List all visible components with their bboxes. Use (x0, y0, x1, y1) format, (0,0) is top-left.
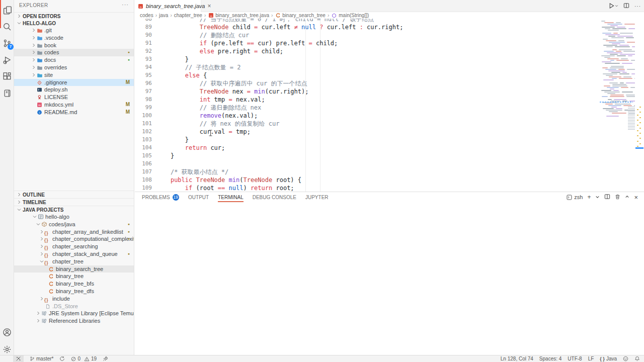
panel-tab-problems[interactable]: PROBLEMS19 (142, 192, 179, 202)
code-line-93[interactable]: 93 } (135, 55, 600, 63)
remote-indicator[interactable] (13, 355, 24, 362)
code-line-106[interactable]: 106 (135, 160, 600, 168)
breadcrumb-binary-search-tree-java[interactable]: binary_search_tree.java (208, 13, 269, 18)
explorer-item-license[interactable]: LICENSE (14, 94, 134, 101)
sidebar-more-actions[interactable]: ··· (122, 2, 129, 8)
activity-notebook-icon[interactable] (0, 85, 14, 101)
activity-source-control-icon[interactable]: 7 (0, 35, 14, 51)
code-line-89[interactable]: 89 TreeNode child = cur.left ≠ null ? cu… (135, 23, 600, 31)
eol-item[interactable]: LF (588, 355, 594, 362)
breadcrumb-main-string-[interactable]: main(String[]) (331, 13, 369, 18)
explorer-item-site[interactable]: site (14, 71, 134, 79)
java-projects-item-chapter-array-and-linkedlist[interactable]: {} chapter_array_and_linkedlist● (14, 228, 134, 236)
explorer-item-deploy-sh[interactable]: deploy.sh (14, 86, 134, 94)
code-line-99[interactable]: 99 // 递归删除结点 nex (135, 104, 600, 112)
java-projects-item-codes-java[interactable]: codes/java● (14, 221, 134, 228)
close-panel-button[interactable]: × (634, 194, 638, 201)
section-outline[interactable]: OUTLINE (14, 191, 134, 198)
activity-run-debug-icon[interactable] (0, 52, 14, 68)
run-button[interactable] (608, 3, 618, 10)
code-line-90[interactable]: 90 // 删除结点 cur (135, 31, 600, 39)
breadcrumb-codes[interactable]: codes (140, 13, 153, 18)
panel-tab-output[interactable]: OUTPUT (188, 192, 209, 202)
code-line-105[interactable]: 105 } (135, 152, 600, 160)
sync-button[interactable] (59, 355, 65, 362)
java-projects-item-binary-tree-bfs[interactable]: binary_tree_bfs (14, 280, 134, 288)
overview-ruler[interactable] (635, 19, 644, 192)
code-line-91[interactable]: 91 if (pre.left == cur) pre.left = child… (135, 39, 600, 47)
code-line-100[interactable]: 100 remove(nex.val); (135, 112, 600, 120)
section-java-projects[interactable]: JAVA PROJECTS (14, 206, 134, 213)
java-projects-item-hello-algo[interactable]: hello-algo (14, 213, 134, 221)
encoding-item[interactable]: UTF-8 (568, 355, 582, 362)
java-projects-item-chapter-tree[interactable]: {} chapter_tree (14, 258, 134, 265)
java-projects-item-referenced-libraries[interactable]: Referenced Libraries (14, 317, 134, 325)
code-line-94[interactable]: 94 // 子结点数量 = 2 (135, 63, 600, 71)
java-projects-item-chapter-computational-complexity[interactable]: {} chapter_computational_complexity● (14, 235, 134, 243)
code-line-104[interactable]: 104 return cur; (135, 144, 600, 152)
code-line-88[interactable]: 88 // 当子结点数量 = 0 / 1 时， child = null / 该… (135, 19, 600, 23)
java-projects-item-chapter-searching[interactable]: {} chapter_searching (14, 243, 134, 250)
code-line-109[interactable]: 109 if (root == null) return root; (135, 184, 600, 192)
new-terminal-button[interactable]: + (587, 194, 591, 201)
activity-extensions-icon[interactable] (0, 68, 14, 84)
indentation-item[interactable]: Spaces: 4 (539, 355, 561, 362)
explorer-item-book[interactable]: book (14, 42, 134, 49)
git-branch-item[interactable]: master* (30, 355, 53, 362)
maximize-panel-button[interactable] (625, 194, 629, 200)
explorer-item--vscode[interactable]: .vscode (14, 34, 134, 42)
cursor-position[interactable]: Ln 128, Col 74 (501, 355, 533, 362)
explorer-item-mkdocs-yml[interactable]: m mkdocs.ymlM (14, 101, 134, 109)
problems-item[interactable]: 0 19 (71, 355, 97, 362)
editor-more-actions[interactable]: ··· (634, 4, 641, 9)
code-line-101[interactable]: 101 // 将 nex 的值复制给 cur (135, 120, 600, 128)
explorer-item-overrides[interactable]: overrides (14, 64, 134, 71)
java-status-rocket[interactable] (103, 355, 108, 362)
split-terminal-button[interactable] (604, 194, 610, 201)
activity-account-icon[interactable] (0, 324, 14, 340)
explorer-item--gitignore[interactable]: .gitignoreM (14, 79, 134, 86)
breadcrumb-java[interactable]: java (159, 13, 168, 18)
notifications-bell[interactable] (634, 355, 640, 362)
panel-tab-jupyter[interactable]: JUPYTER (305, 192, 329, 202)
java-projects-item-binary-search-tree[interactable]: binary_search_tree (14, 265, 134, 273)
code-line-103[interactable]: 103 } (135, 136, 600, 144)
java-projects-item--ds-store[interactable]: .DS_Store (14, 303, 134, 310)
language-mode-item[interactable]: { }Java (600, 355, 617, 362)
breadcrumb-binary-search-tree[interactable]: binary_search_tree (275, 13, 326, 18)
java-projects-item-binary-tree-dfs[interactable]: binary_tree_dfs (14, 288, 134, 295)
code-line-92[interactable]: 92 else pre.right = child; (135, 47, 600, 55)
java-projects-item-chapter-stack-and-queue[interactable]: {} chapter_stack_and_queue● (14, 250, 134, 258)
code-line-108[interactable]: 108 public TreeNode min(TreeNode root) { (135, 176, 600, 184)
section-hello-algo[interactable]: HELLO-ALGO (14, 20, 134, 27)
panel-tab-debug-console[interactable]: DEBUG CONSOLE (253, 192, 296, 202)
tab-binary-search-tree[interactable]: binary_search_tree.java × (135, 0, 201, 12)
code-line-102[interactable]: 102 cur.val = tmp; (135, 128, 600, 136)
code-editor[interactable]: 88 // 当子结点数量 = 0 / 1 时， child = null / 该… (135, 19, 600, 192)
activity-explorer-icon[interactable] (0, 2, 14, 18)
breadcrumb-chapter-tree[interactable]: chapter_tree (174, 13, 202, 18)
section-open-editors[interactable]: OPEN EDITORS (14, 12, 134, 20)
code-line-97[interactable]: 97 TreeNode nex = min(cur.right); (135, 87, 600, 96)
code-line-95[interactable]: 95 else { (135, 71, 600, 79)
explorer-item-readme-md[interactable]: i README.mdM (14, 109, 134, 116)
java-projects-item-include[interactable]: {} include (14, 295, 134, 303)
explorer-item-docs[interactable]: docs● (14, 56, 134, 64)
code-line-96[interactable]: 96 // 获取中序遍历中 cur 的下一个结点 (135, 79, 600, 87)
code-line-98[interactable]: 98 int tmp = nex.val; (135, 96, 600, 104)
split-editor-button[interactable] (623, 3, 629, 10)
section-timeline[interactable]: TIMELINE (14, 198, 134, 206)
activity-search-icon[interactable] (0, 19, 14, 35)
panel-tab-terminal[interactable]: TERMINAL (218, 192, 244, 202)
tab-close-icon[interactable]: × (207, 3, 211, 10)
minimap[interactable] (600, 19, 635, 149)
java-projects-item-jre-system-library-eclipse-temurin-17-17-[interactable]: JRE System Library [Eclipse Temurin 17 [… (14, 310, 134, 317)
kill-terminal-button[interactable] (615, 194, 620, 201)
java-projects-item-binary-tree[interactable]: binary_tree (14, 273, 134, 280)
terminal-profile-select[interactable]: zsh (567, 194, 583, 200)
terminal-dropdown-chevron[interactable] (595, 194, 600, 200)
feedback-smiley[interactable] (623, 355, 628, 362)
explorer-item-codes[interactable]: codes● (14, 49, 134, 56)
code-line-107[interactable]: 107 /* 获取最小结点 */ (135, 168, 600, 176)
explorer-item--git[interactable]: .git (14, 27, 134, 34)
